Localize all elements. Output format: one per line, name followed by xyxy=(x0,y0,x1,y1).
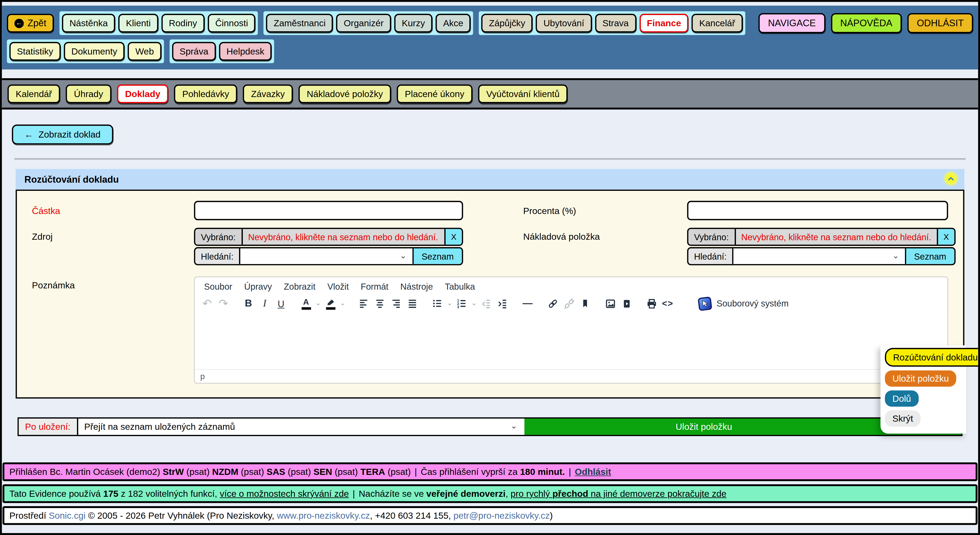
nav-organizer[interactable]: Organizér xyxy=(336,14,391,33)
nav-group-provoz: Zápůjčky Ubytování Strava Finance Kancel… xyxy=(479,11,745,35)
hiding-options-link[interactable]: více o možnostech skrývání zde xyxy=(220,489,349,498)
undo-icon[interactable]: ↶ xyxy=(199,295,215,312)
tab-placene-ukony[interactable]: Placené úkony xyxy=(397,84,473,103)
horizontal-rule-icon[interactable]: — xyxy=(519,295,536,312)
show-document-button[interactable]: ← Zobrazit doklad xyxy=(12,125,113,145)
chevron-up-icon xyxy=(947,172,955,186)
demo-switch-link-tail[interactable]: na jiné demoverze pokračujte zde xyxy=(588,489,726,498)
nav-kurzy[interactable]: Kurzy xyxy=(394,14,433,33)
nav-dokumenty[interactable]: Dokumenty xyxy=(64,42,125,61)
logout-link[interactable]: Odhlásit xyxy=(575,467,611,477)
cost-item-search-input[interactable] xyxy=(733,251,892,261)
bold-icon[interactable]: B xyxy=(240,295,256,312)
media-icon[interactable] xyxy=(618,295,635,312)
nav-rodiny[interactable]: Rodiny xyxy=(161,14,205,33)
align-center-icon[interactable] xyxy=(372,295,388,312)
percent-input[interactable] xyxy=(687,201,948,221)
link-icon[interactable] xyxy=(544,295,561,312)
nav-akce[interactable]: Akce xyxy=(436,14,471,33)
bullet-list-chevron-icon[interactable]: ⌄ xyxy=(445,295,454,312)
anchor-icon[interactable] xyxy=(577,295,593,312)
nav-nastenka[interactable]: Nástěnka xyxy=(62,14,115,33)
quick-menu-dolu[interactable]: Dolů xyxy=(885,391,919,407)
napoveda-button[interactable]: NÁPOVĚDA xyxy=(831,13,902,33)
outdent-icon[interactable] xyxy=(478,295,494,312)
cost-item-selected-box: Vybráno: Nevybráno, klikněte na seznam n… xyxy=(687,228,956,246)
menu-upravy[interactable]: Úpravy xyxy=(240,281,276,293)
nav-kancelar[interactable]: Kancelář xyxy=(692,14,743,33)
nav-klienti[interactable]: Klienti xyxy=(118,14,158,33)
menu-vlozit[interactable]: Vložit xyxy=(323,281,353,293)
odhlasit-button[interactable]: ODHLÁSIT xyxy=(907,13,973,33)
tab-doklady-active[interactable]: Doklady xyxy=(117,84,169,103)
cost-item-selected-value[interactable]: Nevybráno, klikněte na seznam nebo do hl… xyxy=(736,229,937,245)
quick-menu-skryt[interactable]: Skrýt xyxy=(885,410,921,427)
tab-vyuctovani-klientu[interactable]: Vyúčtování klientů xyxy=(478,84,568,103)
quick-menu-ulozit[interactable]: Uložit položku xyxy=(885,370,956,387)
menu-soubor[interactable]: Soubor xyxy=(199,281,237,293)
amount-input[interactable] xyxy=(194,201,463,221)
tab-kalendar[interactable]: Kalendář xyxy=(7,84,60,103)
tab-zavazky[interactable]: Závazky xyxy=(243,84,293,103)
email-link[interactable]: petr@pro-neziskovky.cz xyxy=(453,511,550,521)
tab-nakladove-polozky[interactable]: Nákladové položky xyxy=(299,84,391,103)
nav-zapujcky[interactable]: Zápůjčky xyxy=(481,14,533,33)
numbered-list-chevron-icon[interactable]: ⌄ xyxy=(470,295,478,312)
menu-format[interactable]: Formát xyxy=(356,281,393,293)
align-right-icon[interactable] xyxy=(388,295,404,312)
align-left-icon[interactable] xyxy=(355,295,372,312)
collapse-panel-button[interactable] xyxy=(943,171,959,186)
source-search-input[interactable] xyxy=(240,251,399,261)
nav-cinnosti[interactable]: Činnosti xyxy=(208,14,256,33)
quick-menu-rozuctovani[interactable]: Rozúčtování dokladu xyxy=(885,348,980,367)
nav-zamestnanci[interactable]: Zaměstnanci xyxy=(266,14,333,33)
nav-web[interactable]: Web xyxy=(128,42,162,61)
align-justify-icon[interactable] xyxy=(404,295,421,312)
quick-menu: Rozúčtování dokladu Uložit položku Dolů … xyxy=(881,346,966,433)
demo-switch-link[interactable]: pro rychlý xyxy=(511,489,552,498)
menu-nastroje[interactable]: Nástroje xyxy=(396,281,437,293)
editor-content[interactable] xyxy=(195,316,947,370)
website-link[interactable]: www.pro-neziskovky.cz xyxy=(277,511,370,521)
numbered-list-icon[interactable]: 123 xyxy=(454,295,470,312)
nav-helpdesk[interactable]: Helpdesk xyxy=(219,42,272,61)
nav-statistiky[interactable]: Statistiky xyxy=(10,42,60,61)
chevron-down-icon[interactable]: ⌄ xyxy=(892,251,905,261)
source-list-button[interactable]: Seznam xyxy=(412,249,462,264)
redo-icon[interactable]: ↷ xyxy=(215,295,232,312)
text-color-icon[interactable]: A xyxy=(298,295,314,312)
indent-icon[interactable] xyxy=(494,295,511,312)
highlight-color-chevron-icon[interactable]: ⌄ xyxy=(339,295,347,312)
demo-switch-link-bold[interactable]: přechod xyxy=(552,489,588,498)
element-path: p xyxy=(200,372,205,381)
after-save-select[interactable]: Přejít na seznam uložených záznamů ⌄ xyxy=(78,419,524,435)
underline-icon[interactable]: U xyxy=(273,295,289,312)
menu-zobrazit[interactable]: Zobrazit xyxy=(280,281,320,293)
menu-tabulka[interactable]: Tabulka xyxy=(441,281,480,293)
cost-item-clear-button[interactable]: X xyxy=(937,229,955,245)
cost-item-list-button[interactable]: Seznam xyxy=(905,249,955,264)
navigace-button[interactable]: NAVIGACE xyxy=(759,13,825,33)
unlink-icon[interactable] xyxy=(561,295,577,312)
italic-icon[interactable]: I xyxy=(256,295,273,312)
tab-uhrady[interactable]: Úhrady xyxy=(66,84,111,103)
source-search-combobox[interactable]: ⌄ xyxy=(240,249,412,264)
nav-ubytovani[interactable]: Ubytování xyxy=(536,14,592,33)
bullet-list-icon[interactable] xyxy=(430,295,445,312)
sonic-link[interactable]: Sonic.cgi xyxy=(49,511,86,521)
text-color-chevron-icon[interactable]: ⌄ xyxy=(314,295,322,312)
source-clear-button[interactable]: X xyxy=(444,229,462,245)
tab-pohledavky[interactable]: Pohledávky xyxy=(174,84,237,103)
image-icon[interactable] xyxy=(602,295,619,312)
highlight-color-icon[interactable] xyxy=(322,295,339,312)
source-selected-value[interactable]: Nevybráno, klikněte na seznam nebo do hl… xyxy=(243,229,444,245)
code-icon[interactable]: <> xyxy=(660,295,676,312)
nav-finance-active[interactable]: Finance xyxy=(639,14,689,33)
file-system-button[interactable]: Souborový systém xyxy=(693,297,794,310)
print-icon[interactable] xyxy=(643,295,660,312)
nav-sprava[interactable]: Správa xyxy=(172,42,216,61)
chevron-down-icon[interactable]: ⌄ xyxy=(400,251,412,261)
cost-item-search-combobox[interactable]: ⌄ xyxy=(733,249,905,264)
nav-strava[interactable]: Strava xyxy=(595,14,636,33)
back-button[interactable]: ← Zpět xyxy=(7,14,54,33)
